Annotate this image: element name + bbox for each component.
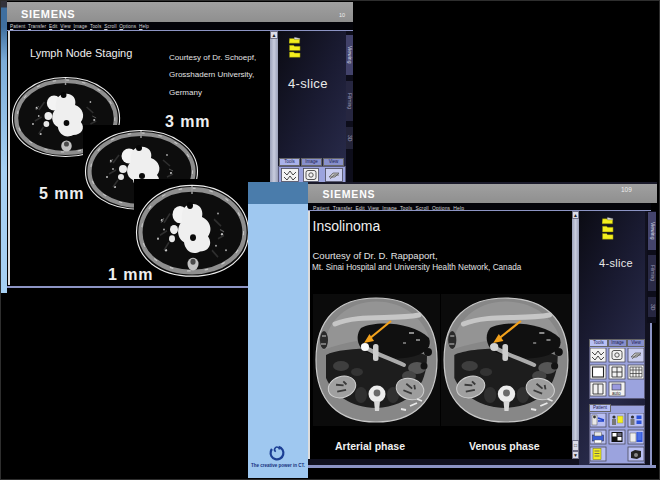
- svg-text:auto: auto: [612, 391, 621, 396]
